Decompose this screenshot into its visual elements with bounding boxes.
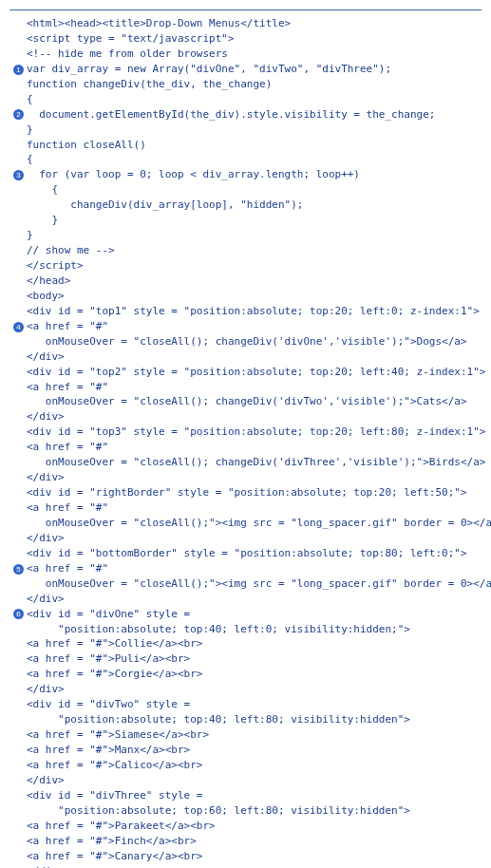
code-text: <div id = "rightBorder" style = "positio… [27,485,467,500]
code-line: <a href = "#">Siamese</a><br> [13,727,478,743]
code-text: } [27,123,33,138]
code-line: </head> [13,274,478,289]
callout-number: 2 [13,109,24,120]
code-text: } [27,228,33,243]
code-text: <a href = "#">Siamese</a><br> [27,727,209,743]
code-text: </div> [27,531,65,546]
code-text: { [27,92,33,107]
code-text: onMouseOver = "closeAll();"><img src = "… [27,516,491,531]
code-text: for (var loop = 0; loop < div_array.leng… [27,167,360,182]
code-line: </div> [13,470,478,485]
code-text: changeDiv(div_array[loop], "hidden"); [27,198,303,213]
code-line: </script> [13,258,478,274]
code-line: // show me --> [13,243,478,258]
code-text: <a href = "#">Canary</a><br> [27,849,202,864]
code-text: document.getElementById(the_div).style.v… [27,107,435,123]
code-line: <a href = "#">Puli</a><br> [13,651,478,667]
code-text: </div> [27,773,65,788]
code-text: { [27,152,33,167]
code-text: <html><head><title>Drop-Down Menus</titl… [27,16,291,31]
code-text: <a href = "#">Calico</a><br> [27,758,202,773]
callout-bullet: 4 [13,320,27,334]
callout-number: 5 [13,564,24,575]
code-line: 5<a href = "#" [13,561,478,576]
code-line: <body> [13,289,478,304]
code-line: { [13,152,478,167]
callout-bullet: 5 [13,562,27,576]
code-text: <div id = "divTwo" style = [27,697,190,712]
code-line: <a href = "#">Finch</a><br> [13,834,478,849]
code-line: function closeAll() [13,138,478,153]
code-line: <div id = "divThree" style = [13,788,478,803]
code-line: <!-- hide me from older browsers [13,47,478,62]
code-text: <a href = "#">Manx</a><br> [27,743,190,758]
code-text: <a href = "#">Parakeet</a><br> [27,819,216,834]
code-line: </div> [13,349,478,365]
code-listing: <html><head><title>Drop-Down Menus</titl… [9,9,482,868]
code-line: <a href = "#">Canary</a><br> [13,849,478,864]
code-text: </div> [27,409,65,425]
code-text: <a href = "#">Collie</a><br> [27,636,202,651]
code-line: onMouseOver = "closeAll();"><img src = "… [13,516,478,531]
code-line: <a href = "#">Corgie</a><br> [13,667,478,682]
code-line: { [13,92,478,107]
code-line: 6<div id = "divOne" style = [13,607,478,622]
code-text: <div id = "top2" style = "position:absol… [27,365,485,380]
callout-number: 1 [13,65,24,75]
code-line: } [13,213,478,228]
code-text: <a href = "#" [27,380,108,395]
code-text: onMouseOver = "closeAll(); changeDiv('di… [27,394,467,409]
code-line: "position:absolute; top:60; left:80; vis… [13,803,478,819]
callout-bullet: 1 [13,63,27,77]
code-text: "position:absolute; top:40; left:0; visi… [27,622,410,637]
code-text: <a href = "#" [27,319,108,334]
code-line: onMouseOver = "closeAll(); changeDiv('di… [13,334,478,349]
callout-bullet: 3 [13,168,27,182]
code-line: <script type = "text/javascript"> [13,31,478,47]
code-line: { [13,182,478,198]
code-line: <a href = "#" [13,440,478,455]
code-line: <div id = "top1" style = "position:absol… [13,304,478,319]
code-text: </script> [27,258,84,274]
code-text: <a href = "#">Finch</a><br> [27,834,197,849]
code-text: <body> [27,289,65,304]
code-line: 3 for (var loop = 0; loop < div_array.le… [13,167,478,182]
code-text: <div id = "divThree" style = [27,788,202,803]
code-line: <a href = "#">Parakeet</a><br> [13,819,478,834]
code-text: function changeDiv(the_div, the_change) [27,77,272,92]
code-line: <html><head><title>Drop-Down Menus</titl… [13,16,478,31]
code-text: <div id = "top1" style = "position:absol… [27,304,480,319]
code-line: <div id = "rightBorder" style = "positio… [13,485,478,500]
code-line: "position:absolute; top:40; left:0; visi… [13,622,478,637]
code-line: } [13,123,478,138]
code-line: <div id = "divTwo" style = [13,697,478,712]
code-text: <div id = "top3" style = "position:absol… [27,425,485,440]
code-text: onMouseOver = "closeAll(); changeDiv('di… [27,455,485,470]
code-line: <a href = "#" [13,380,478,395]
code-line: <a href = "#">Manx</a><br> [13,743,478,758]
code-line: "position:absolute; top:40; left:80; vis… [13,712,478,727]
code-line: <a href = "#">Collie</a><br> [13,636,478,651]
code-line: onMouseOver = "closeAll();"><img src = "… [13,576,478,592]
code-line: onMouseOver = "closeAll(); changeDiv('di… [13,455,478,470]
code-line: </div> [13,592,478,607]
code-line: <div id = "bottomBorder" style = "positi… [13,546,478,561]
code-line: <div id = "top2" style = "position:absol… [13,365,478,380]
code-text: <div id = "bottomBorder" style = "positi… [27,546,467,561]
callout-number: 3 [13,170,24,180]
code-line: function changeDiv(the_div, the_change) [13,77,478,92]
code-line: </div> [13,531,478,546]
code-text: onMouseOver = "closeAll();"><img src = "… [27,576,491,592]
code-text: <a href = "#" [27,500,108,516]
code-text: </div> [27,592,65,607]
code-text: </head> [27,274,70,289]
code-line: } [13,228,478,243]
code-text: <script type = "text/javascript"> [27,31,235,47]
code-line: </div> [13,773,478,788]
code-text: <a href = "#" [27,561,108,576]
code-line: 1var div_array = new Array("divOne", "di… [13,62,478,77]
code-text: function closeAll() [27,138,146,153]
code-text: onMouseOver = "closeAll(); changeDiv('di… [27,334,467,349]
code-text: // show me --> [27,243,115,258]
code-text: { [27,182,58,198]
